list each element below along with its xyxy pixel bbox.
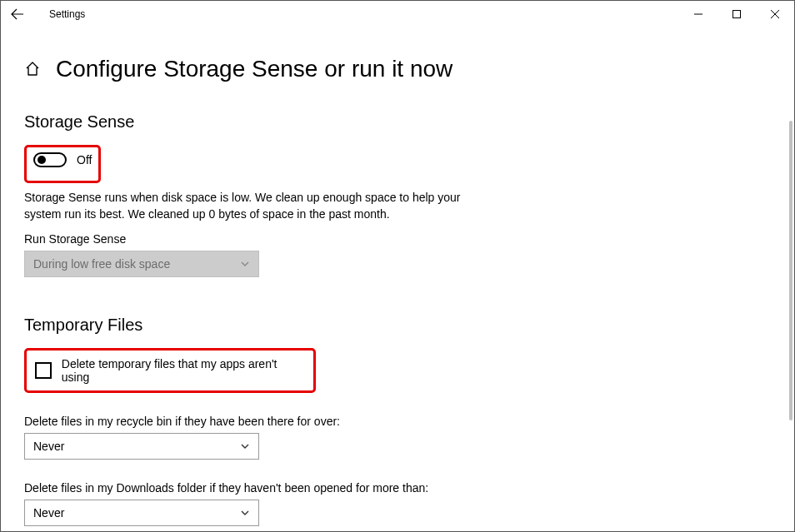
toggle-state-label: Off [77,153,92,167]
settings-window: Settings Configure Storage Sense or run … [0,0,795,532]
close-button[interactable] [756,1,794,27]
delete-temp-row: Delete temporary files that my apps aren… [35,357,305,384]
svg-rect-0 [733,11,741,18]
storage-sense-description: Storage Sense runs when disk space is lo… [24,190,474,222]
maximize-button[interactable] [718,1,756,27]
content-area: Configure Storage Sense or run it now St… [1,27,794,531]
recycle-bin-dropdown[interactable]: Never [24,433,259,460]
recycle-bin-label: Delete files in my recycle bin if they h… [24,415,771,428]
arrow-left-icon [11,7,24,21]
recycle-bin-value: Never [33,440,64,453]
storage-sense-toggle[interactable] [33,152,67,167]
page-title: Configure Storage Sense or run it now [56,56,452,82]
minimize-button[interactable] [679,1,718,27]
downloads-value: Never [33,506,64,520]
page-header: Configure Storage Sense or run it now [24,56,771,82]
delete-temp-checkbox[interactable] [35,362,52,379]
storage-sense-toggle-row: Off [33,152,92,167]
storage-sense-heading: Storage Sense [24,112,771,132]
chevron-down-icon [240,441,250,451]
downloads-label: Delete files in my Downloads folder if t… [24,481,771,495]
delete-temp-highlight: Delete temporary files that my apps aren… [24,348,316,393]
home-button[interactable] [24,61,41,77]
toggle-knob [38,156,46,164]
run-storage-sense-label: Run Storage Sense [24,232,771,246]
window-controls [679,1,794,27]
run-storage-sense-value: During low free disk space [33,257,170,271]
chevron-down-icon [240,508,250,518]
toggle-highlight: Off [24,145,101,183]
chevron-down-icon [240,259,250,269]
run-storage-sense-dropdown: During low free disk space [24,251,259,277]
title-bar: Settings [1,1,794,27]
delete-temp-label: Delete temporary files that my apps aren… [62,357,305,384]
window-title: Settings [49,8,85,20]
temporary-files-heading: Temporary Files [24,316,771,335]
back-button[interactable] [1,1,34,27]
home-icon [24,61,41,77]
downloads-dropdown[interactable]: Never [24,500,259,526]
close-icon [771,10,779,18]
scrollbar[interactable] [789,121,792,420]
maximize-icon [732,10,741,18]
minimize-icon [694,10,702,18]
